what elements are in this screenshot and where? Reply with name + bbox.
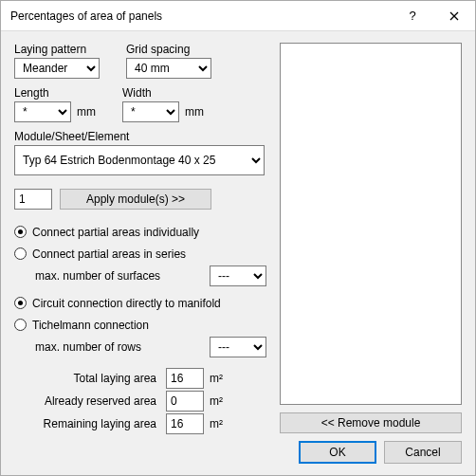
window-title: Percentages of area of panels — [10, 9, 392, 23]
radio-circuit-direct[interactable]: Circuit connection directly to manifold — [14, 292, 266, 314]
length-label: Length — [14, 86, 96, 100]
stats-block: Total laying area m² Already reserved ar… — [14, 367, 266, 435]
radio-circuit-tichelmann[interactable]: Tichelmann connection — [14, 314, 266, 336]
reserved-area-value[interactable] — [166, 391, 204, 412]
radio-label: Connect partial areas individually — [32, 226, 199, 239]
radio-partial-individually[interactable]: Connect partial areas individually — [14, 221, 266, 243]
grid-spacing-label: Grid spacing — [126, 43, 211, 56]
total-area-unit: m² — [210, 372, 223, 385]
max-rows-select[interactable]: --- — [210, 337, 266, 357]
help-button[interactable]: ? — [392, 1, 433, 31]
length-select[interactable]: * — [14, 101, 71, 122]
dialog-window: Percentages of area of panels ? Laying p… — [0, 0, 476, 476]
close-icon — [449, 11, 459, 21]
radio-icon — [14, 247, 27, 260]
apply-count-input[interactable] — [14, 189, 52, 210]
ok-button[interactable]: OK — [299, 441, 376, 464]
remaining-area-unit: m² — [210, 417, 223, 430]
total-area-label: Total laying area — [14, 372, 156, 385]
width-select[interactable]: * — [122, 101, 179, 122]
reserved-area-label: Already reserved area — [14, 394, 156, 408]
titlebar: Percentages of area of panels ? — [1, 1, 475, 31]
module-select[interactable]: Typ 64 Estrich Bodenmontage 40 x 25 — [14, 145, 265, 175]
total-area-value[interactable] — [166, 368, 204, 389]
module-list[interactable] — [280, 43, 462, 405]
max-surfaces-select[interactable]: --- — [210, 265, 266, 286]
remaining-area-value[interactable] — [166, 413, 204, 434]
max-surfaces-label: max. number of surfaces — [35, 269, 204, 283]
max-rows-label: max. number of rows — [35, 340, 204, 354]
radio-icon — [14, 226, 27, 238]
radio-icon — [14, 319, 27, 331]
close-button[interactable] — [433, 1, 475, 31]
apply-module-button[interactable]: Apply module(s) >> — [60, 189, 211, 210]
width-label: Width — [122, 86, 204, 100]
radio-label: Circuit connection directly to manifold — [32, 297, 221, 310]
remove-module-button[interactable]: << Remove module — [280, 412, 462, 433]
radio-label: Connect partial areas in series — [32, 247, 186, 261]
module-label: Module/Sheet/Element — [14, 130, 266, 143]
left-column: Laying pattern Meander Grid spacing 40 m… — [14, 43, 266, 464]
grid-spacing-select[interactable]: 40 mm — [126, 58, 211, 79]
radio-icon — [14, 297, 27, 309]
width-unit: mm — [185, 105, 204, 119]
length-unit: mm — [77, 105, 96, 119]
reserved-area-unit: m² — [210, 394, 223, 408]
client-area: Laying pattern Meander Grid spacing 40 m… — [1, 31, 475, 475]
laying-pattern-label: Laying pattern — [14, 43, 100, 56]
radio-label: Tichelmann connection — [32, 319, 149, 332]
right-column: << Remove module OK Cancel — [280, 43, 462, 464]
radio-partial-series[interactable]: Connect partial areas in series — [14, 243, 266, 265]
laying-pattern-select[interactable]: Meander — [14, 58, 100, 79]
remaining-area-label: Remaining laying area — [14, 417, 156, 430]
cancel-button[interactable]: Cancel — [384, 441, 462, 464]
